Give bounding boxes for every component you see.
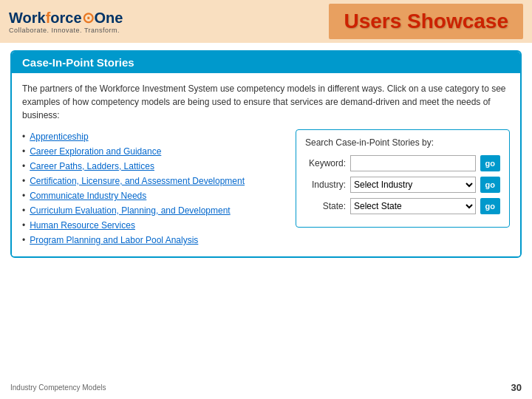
state-select[interactable]: Select State <box>350 198 476 214</box>
list-item: Communicate Industry Needs <box>22 188 281 203</box>
list-item: Human Resource Services <box>22 218 281 233</box>
nav-link-hr[interactable]: Human Resource Services <box>30 220 135 231</box>
page-title-area: Users Showcase <box>329 4 523 39</box>
nav-link-certification[interactable]: Certification, Licensure, and Assessment… <box>30 176 245 186</box>
industry-row: Industry: Select Industry go <box>305 177 500 193</box>
nav-link-career-exploration[interactable]: Career Exploration and Guidance <box>30 146 161 157</box>
keyword-row: Keyword: go <box>305 155 500 171</box>
page-title: Users Showcase <box>344 10 508 33</box>
left-column: Apprenticeship Career Exploration and Gu… <box>22 129 281 248</box>
nav-link-apprenticeship[interactable]: Apprenticeship <box>30 132 88 142</box>
logo-tagline: Collaborate. Innovate. Transform. <box>9 27 123 34</box>
nav-link-career-paths[interactable]: Career Paths, Ladders, Lattices <box>30 161 154 171</box>
state-label: State: <box>305 201 346 211</box>
state-go-button[interactable]: go <box>480 198 500 214</box>
card: Case-In-Point Stories The partners of th… <box>10 50 522 258</box>
nav-link-program-planning[interactable]: Program Planning and Labor Pool Analysis <box>30 235 198 245</box>
main-content: Case-In-Point Stories The partners of th… <box>0 43 532 273</box>
state-row: State: Select State go <box>305 198 500 214</box>
footer: Industry Competency Models 30 <box>10 382 522 393</box>
industry-go-button[interactable]: go <box>480 177 500 193</box>
industry-label: Industry: <box>305 180 346 190</box>
intro-text: The partners of the Workforce Investment… <box>22 82 510 122</box>
list-item: Curriculum Evaluation, Planning, and Dev… <box>22 203 281 218</box>
card-header-title: Case-In-Point Stories <box>22 56 134 69</box>
keyword-input[interactable] <box>350 155 476 171</box>
nav-list: Apprenticeship Career Exploration and Gu… <box>22 129 281 248</box>
card-body: The partners of the Workforce Investment… <box>12 73 520 256</box>
nav-link-curriculum[interactable]: Curriculum Evaluation, Planning, and Dev… <box>30 205 230 216</box>
list-item: Apprenticeship <box>22 129 281 144</box>
nav-link-communicate[interactable]: Communicate Industry Needs <box>30 191 146 201</box>
right-column: Search Case-in-Point Stories by: Keyword… <box>296 129 510 248</box>
footer-left-text: Industry Competency Models <box>10 383 106 392</box>
header: Workforce⊙One Collaborate. Innovate. Tra… <box>0 0 532 43</box>
list-item: Career Exploration and Guidance <box>22 144 281 159</box>
search-box: Search Case-in-Point Stories by: Keyword… <box>296 129 510 228</box>
list-item: Certification, Licensure, and Assessment… <box>22 174 281 188</box>
logo-area: Workforce⊙One Collaborate. Innovate. Tra… <box>9 9 123 34</box>
list-item: Program Planning and Labor Pool Analysis <box>22 233 281 248</box>
content-area: Apprenticeship Career Exploration and Gu… <box>22 129 510 248</box>
card-header: Case-In-Point Stories <box>12 52 520 73</box>
footer-page-number: 30 <box>511 382 522 393</box>
search-box-title: Search Case-in-Point Stories by: <box>305 137 500 148</box>
industry-select[interactable]: Select Industry <box>350 177 476 193</box>
keyword-label: Keyword: <box>305 158 346 168</box>
logo-text: Workforce⊙One <box>9 9 123 27</box>
keyword-go-button[interactable]: go <box>480 155 500 171</box>
list-item: Career Paths, Ladders, Lattices <box>22 159 281 174</box>
